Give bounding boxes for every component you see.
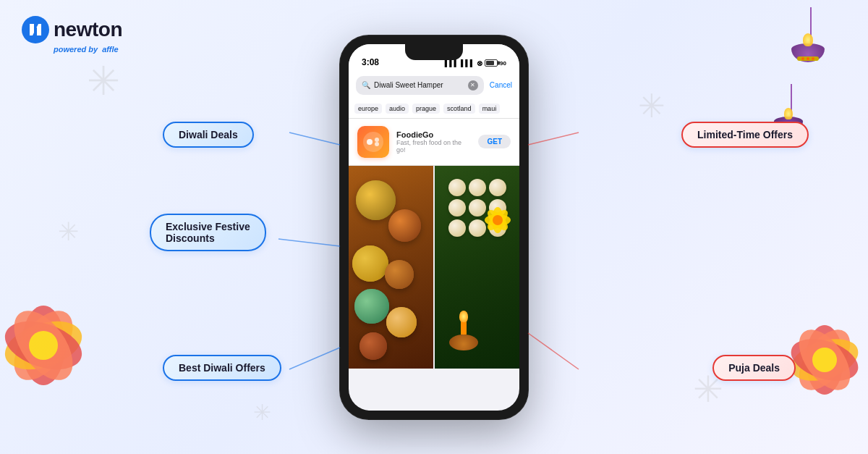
svg-point-11 xyxy=(812,348,837,372)
cancel-button[interactable]: Cancel xyxy=(490,81,512,89)
newton-logo-icon xyxy=(22,16,49,43)
svg-point-15 xyxy=(375,142,379,146)
app-info: FoodieGo Fast, fresh food on the go! xyxy=(396,130,471,154)
svg-point-20 xyxy=(493,215,503,225)
tag-maui[interactable]: maui xyxy=(479,104,501,114)
powered-by-label: powered by affle xyxy=(54,45,122,54)
svg-line-21 xyxy=(289,133,340,145)
pill-exclusive-label: Exclusive FestiveDiscounts xyxy=(166,221,250,244)
phone-outer: 3:08 ▌▌▌ ▌▌▌ ⊗ 90 🔍 Diwali Sweet Hamper xyxy=(340,35,528,419)
phone-notch xyxy=(405,44,463,60)
svg-line-22 xyxy=(528,133,579,145)
battery-level: 90 xyxy=(500,60,506,67)
candle xyxy=(449,320,478,350)
get-button[interactable]: GET xyxy=(478,135,511,148)
pill-diwali-deals[interactable]: Diwali Deals xyxy=(163,122,254,148)
svg-line-23 xyxy=(278,239,340,246)
app-description: Fast, fresh food on the go! xyxy=(396,139,471,154)
phone-screen: 3:08 ▌▌▌ ▌▌▌ ⊗ 90 🔍 Diwali Sweet Hamper xyxy=(349,44,519,411)
logo-main: newton xyxy=(22,16,122,43)
search-input-box[interactable]: 🔍 Diwali Sweet Hamper ✕ xyxy=(356,76,484,95)
svg-line-25 xyxy=(528,333,579,369)
brand-name: newton xyxy=(54,18,122,41)
food-image-left xyxy=(349,166,433,369)
svg-line-24 xyxy=(289,348,340,369)
svg-point-14 xyxy=(375,138,379,142)
search-bar[interactable]: 🔍 Diwali Sweet Hamper ✕ Cancel xyxy=(349,72,519,101)
tag-europe[interactable]: europe xyxy=(354,104,382,114)
pill-best-diwali[interactable]: Best Diwali Offers xyxy=(163,355,281,381)
battery-icon xyxy=(485,59,498,67)
status-time: 3:08 xyxy=(362,57,379,67)
svg-point-5 xyxy=(29,331,58,360)
svg-point-12 xyxy=(363,132,383,152)
search-clear-button[interactable]: ✕ xyxy=(468,80,478,91)
app-icon xyxy=(357,126,389,158)
tag-prague[interactable]: prague xyxy=(412,104,440,114)
status-icons: ▌▌▌ ▌▌▌ ⊗ 90 xyxy=(445,59,506,67)
search-icon: 🔍 xyxy=(362,81,370,89)
pill-diwali-deals-label: Diwali Deals xyxy=(179,129,238,140)
pill-exclusive-festive[interactable]: Exclusive FestiveDiscounts xyxy=(150,214,266,251)
flower-decoration-left xyxy=(0,280,109,411)
logo-area: newton powered by affle xyxy=(22,16,122,54)
app-name: FoodieGo xyxy=(396,130,471,139)
pill-best-diwali-label: Best Diwali Offers xyxy=(179,362,265,374)
search-text: Diwali Sweet Hamper xyxy=(374,81,464,89)
app-card[interactable]: FoodieGo Fast, fresh food on the go! GET xyxy=(349,119,519,166)
pill-limited-time-label: Limited-Time Offers xyxy=(697,129,793,140)
pill-puja-deals[interactable]: Puja Deals xyxy=(712,355,796,381)
tags-row: europe audio prague scotland maui xyxy=(349,101,519,119)
food-image-right xyxy=(435,166,519,369)
tag-audio[interactable]: audio xyxy=(386,104,409,114)
food-images-grid xyxy=(349,166,519,369)
tag-scotland[interactable]: scotland xyxy=(443,104,475,114)
svg-point-13 xyxy=(367,139,373,145)
pill-puja-deals-label: Puja Deals xyxy=(728,362,780,374)
phone-mockup: 3:08 ▌▌▌ ▌▌▌ ⊗ 90 🔍 Diwali Sweet Hamper xyxy=(340,35,528,419)
diya-decorations xyxy=(774,7,825,133)
diya-1 xyxy=(791,7,825,62)
pill-limited-time[interactable]: Limited-Time Offers xyxy=(681,122,809,148)
